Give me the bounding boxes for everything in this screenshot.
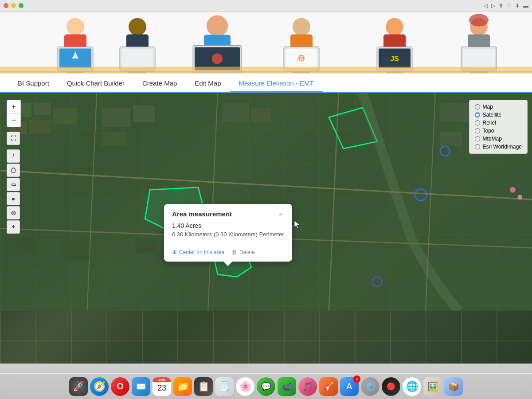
dock-mail[interactable]: ✉️: [132, 377, 150, 396]
dock-messages[interactable]: 💬: [257, 377, 275, 396]
draw-polygon-button[interactable]: ⬠: [7, 164, 20, 177]
svg-rect-47: [463, 49, 495, 68]
radio-esri[interactable]: [475, 144, 480, 149]
battery-icon: ▬: [523, 3, 528, 9]
fullscreen-button[interactable]: ⛶: [7, 132, 20, 145]
navigate-button[interactable]: ✦: [7, 220, 20, 234]
sysprefs-icon: ⚙️: [364, 381, 376, 392]
delete-label: Delete: [239, 249, 255, 255]
dock-appstore[interactable]: A 5: [340, 377, 359, 396]
appstore-badge: 5: [353, 376, 360, 383]
dock-facetime[interactable]: 📹: [278, 377, 296, 396]
svg-point-42: [469, 14, 489, 27]
minimize-button[interactable]: [11, 3, 16, 8]
dock-preview[interactable]: 🖼️: [423, 377, 442, 396]
map-background: + − ⛶ / ⬠ ▭ ● ◎ ✦: [0, 93, 532, 364]
dock-opera[interactable]: O: [111, 377, 129, 396]
maximize-button[interactable]: [19, 3, 23, 8]
layer-item-relief[interactable]: Relief: [475, 120, 522, 126]
facetime-icon: 📹: [282, 381, 293, 392]
screen: ◁ ▷ ⬆ ♡ ⬇ ▬: [0, 0, 532, 364]
layer-label-relief: Relief: [483, 120, 497, 126]
layer-item-map[interactable]: Map: [475, 104, 522, 110]
dock-notes[interactable]: 📋: [194, 377, 213, 396]
nav-item-create-map[interactable]: Create Map: [133, 75, 186, 91]
marker-button[interactable]: ◎: [7, 206, 20, 219]
zoom-controls: + −: [7, 100, 21, 127]
svg-point-10: [129, 18, 146, 36]
dock-safari[interactable]: 🧭: [90, 377, 109, 396]
zoom-in-button[interactable]: +: [7, 100, 20, 113]
map-controls: + − ⛶ / ⬠ ▭ ● ◎ ✦: [7, 100, 21, 234]
layer-item-mtbmap[interactable]: MtbMap: [475, 136, 522, 142]
dock-itunes[interactable]: 🎵: [298, 377, 317, 396]
draw-line-button[interactable]: /: [7, 149, 20, 163]
dock-downloads[interactable]: 📦: [444, 377, 463, 396]
layer-label-mtbmap: MtbMap: [483, 136, 502, 142]
layer-item-esri[interactable]: Esri WorldImage: [475, 144, 522, 150]
popup-title: Area measurement: [172, 210, 232, 218]
chrome-icon: 🌐: [406, 381, 418, 392]
center-on-area-button[interactable]: ⊕ Center on this area: [172, 249, 224, 255]
dock-sysprefs[interactable]: ⚙️: [361, 377, 379, 396]
dock-calendar[interactable]: JUN 23: [153, 377, 171, 396]
svg-rect-50: [0, 71, 532, 73]
svg-point-17: [207, 16, 228, 37]
layer-item-topo[interactable]: Topo: [475, 128, 522, 134]
macbook-bottom: MacBook Air 🚀 🧭 O ✉️ JUN: [0, 364, 532, 399]
layer-label-satellite: Satellite: [483, 112, 502, 118]
popup-close-button[interactable]: ×: [277, 211, 284, 218]
dock-photos[interactable]: 🌸: [236, 377, 254, 396]
radio-topo[interactable]: [475, 128, 480, 133]
radio-relief[interactable]: [475, 120, 480, 125]
nav-item-chart-builder[interactable]: Quick Chart Builder: [58, 75, 133, 91]
quicktime-icon: 🔴: [387, 382, 395, 391]
radio-map[interactable]: [475, 104, 480, 110]
popup-area-value: 1.40 Acres: [172, 222, 284, 229]
macbook-frame: ◁ ▷ ⬆ ♡ ⬇ ▬: [0, 0, 532, 399]
radio-mtbmap[interactable]: [475, 136, 480, 141]
radio-satellite[interactable]: [475, 112, 480, 117]
popup-header: Area measurement ×: [172, 210, 284, 218]
dock-finder[interactable]: 📁: [173, 377, 192, 396]
download-icon[interactable]: ⬇: [515, 3, 520, 9]
back-icon[interactable]: ◁: [484, 3, 488, 9]
dock-garageband[interactable]: 🎸: [319, 377, 338, 396]
share-icon[interactable]: ⬆: [499, 3, 503, 9]
dock-launchpad[interactable]: 🚀: [69, 377, 88, 396]
opera-icon: O: [117, 381, 124, 391]
preview-icon: 🖼️: [427, 381, 438, 392]
photos-icon: 🌸: [239, 381, 251, 392]
nav-bar: BI Support Quick Chart Builder Create Ma…: [0, 74, 532, 93]
map-container: + − ⛶ / ⬠ ▭ ● ◎ ✦: [0, 93, 532, 364]
delete-area-button[interactable]: 🗑 Delete: [231, 249, 255, 255]
dock-stickies[interactable]: 🗒️: [215, 377, 234, 396]
nav-item-edit-map[interactable]: Edit Map: [186, 75, 230, 91]
layer-item-satellite[interactable]: Satellite: [475, 112, 522, 118]
layer-label-esri: Esri WorldImage: [483, 144, 522, 150]
bookmark-icon[interactable]: ♡: [507, 3, 512, 9]
dock-quicktime[interactable]: 🔴: [382, 377, 400, 396]
center-icon: ⊕: [172, 249, 177, 255]
header-illustration: ⚙ JS: [0, 12, 532, 74]
svg-rect-9: [72, 57, 78, 59]
browser-icons: ◁ ▷ ⬆ ♡ ⬇ ▬: [484, 3, 528, 9]
zoom-out-button[interactable]: −: [7, 113, 20, 127]
nav-item-bi-support[interactable]: BI Support: [9, 75, 58, 91]
layer-label-map: Map: [483, 104, 493, 110]
close-button[interactable]: [4, 3, 8, 8]
safari-icon: 🧭: [94, 381, 106, 392]
center-label: Center on this area: [179, 249, 224, 255]
finder-icon: 📁: [177, 381, 189, 392]
nav-item-measure-elevation[interactable]: Measure Elevation - EMT: [230, 75, 323, 92]
forward-icon[interactable]: ▷: [491, 3, 495, 9]
draw-circle-button[interactable]: ●: [7, 192, 20, 205]
svg-point-33: [386, 18, 403, 36]
calendar-day: 23: [157, 382, 166, 394]
layer-panel: Map Satellite Relief Topo: [469, 100, 528, 154]
popup-actions: ⊕ Center on this area 🗑 Delete: [172, 244, 284, 255]
notes-icon: 📋: [198, 381, 210, 392]
draw-rect-button[interactable]: ▭: [7, 178, 20, 191]
dock-chrome[interactable]: 🌐: [403, 377, 421, 396]
itunes-icon: 🎵: [302, 381, 313, 392]
